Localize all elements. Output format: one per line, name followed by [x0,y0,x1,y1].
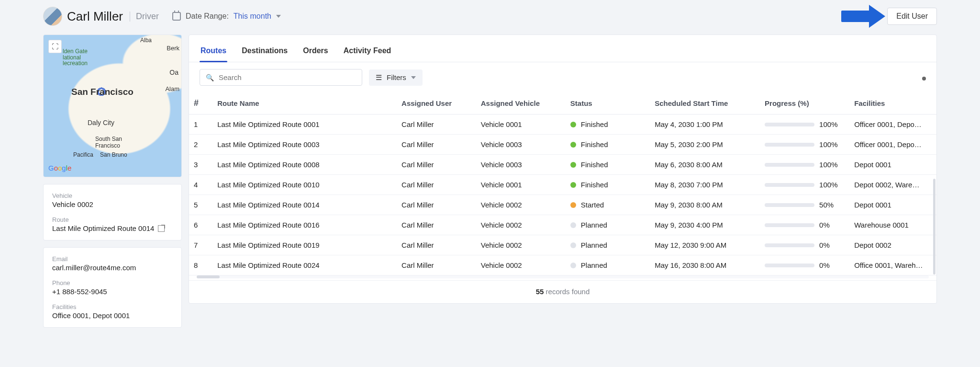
col-status[interactable]: Status [566,92,650,115]
table-row[interactable]: 2Last Mile Optimized Route 0003Carl Mill… [189,135,936,155]
routes-table-wrap: # Route Name Assigned User Assigned Vehi… [189,92,936,275]
tab-destinations[interactable]: Destinations [241,44,289,62]
records-suffix: records found [544,287,590,296]
cell-assigned-vehicle: Vehicle 0002 [476,215,566,235]
cell-scheduled-start: May 9, 2030 4:00 PM [650,215,760,235]
cell-status: Planned [566,235,650,255]
table-footer: 55 records found [189,280,936,303]
cell-index: 5 [189,195,212,215]
col-facilities[interactable]: Facilities [849,92,936,115]
vertical-scrollbar[interactable] [933,179,935,275]
cell-progress: 100% [760,115,849,135]
email-value: carl.miller@route4me.com [52,264,173,272]
cell-status: Planned [566,215,650,235]
map-label-sanbruno: San Bruno [100,151,127,158]
date-range-value: This month [234,12,271,21]
cell-facilities: Depot 0001 [849,195,936,215]
cell-facilities: Office 0001, Wareh… [849,255,936,275]
map-label-alameda: Alam [165,85,179,92]
cell-progress: 0% [760,235,849,255]
contact-card: Email carl.miller@route4me.com Phone +1 … [43,247,182,328]
tab-routes[interactable]: Routes [200,44,227,62]
cell-index: 7 [189,235,212,255]
cell-facilities: Depot 0001 [849,155,936,175]
cell-assigned-vehicle: Vehicle 0002 [476,235,566,255]
col-assigned-vehicle[interactable]: Assigned Vehicle [476,92,566,115]
cell-route-name: Last Mile Optimized Route 0024 [212,255,397,275]
routes-table: # Route Name Assigned User Assigned Vehi… [189,92,936,275]
map-label-sf: San Francisco [71,87,134,97]
col-route-name[interactable]: Route Name [212,92,397,115]
user-block: Carl Miller Driver [43,7,159,26]
edit-user-button[interactable]: Edit User [887,8,937,25]
status-dot-icon [570,162,576,168]
search-input[interactable] [219,73,356,81]
table-row[interactable]: 7Last Mile Optimized Route 0019Carl Mill… [189,235,936,255]
map[interactable]: ⛶ San Francisco Daly City South San Fran… [44,35,181,177]
cell-assigned-vehicle: Vehicle 0001 [476,175,566,195]
cell-index: 2 [189,135,212,155]
cell-facilities: Warehouse 0001 [849,215,936,235]
cell-assigned-user: Carl Miller [397,235,476,255]
cell-scheduled-start: May 12, 2030 9:00 AM [650,235,760,255]
cell-scheduled-start: May 8, 2030 7:00 PM [650,175,760,195]
user-name: Carl Miller [67,9,123,24]
records-count: 55 [536,287,544,296]
filter-icon: ☰ [376,73,382,82]
cell-route-name: Last Mile Optimized Route 0003 [212,135,397,155]
status-dot-icon [570,202,576,208]
vehicle-route-card: Vehicle Vehicle 0002 Route Last Mile Opt… [43,184,182,241]
filters-button[interactable]: ☰ Filters [369,69,423,86]
filters-label: Filters [387,73,406,81]
cell-progress: 100% [760,175,849,195]
map-card[interactable]: ⛶ San Francisco Daly City South San Fran… [43,34,182,177]
cell-status: Finished [566,135,650,155]
cell-assigned-user: Carl Miller [397,115,476,135]
cell-assigned-user: Carl Miller [397,175,476,195]
table-row[interactable]: 8Last Mile Optimized Route 0024Carl Mill… [189,255,936,275]
vehicle-label: Vehicle [52,192,173,199]
map-label-ggnra: lden Gate lational lecreation [63,48,88,67]
cell-route-name: Last Mile Optimized Route 0001 [212,115,397,135]
date-range-picker[interactable]: Date Range: This month [172,12,281,21]
cell-status: Finished [566,155,650,175]
cell-progress: 50% [760,195,849,215]
cell-assigned-vehicle: Vehicle 0002 [476,255,566,275]
open-external-icon[interactable] [158,225,165,232]
cell-index: 1 [189,115,212,135]
table-row[interactable]: 6Last Mile Optimized Route 0016Carl Mill… [189,215,936,235]
col-progress[interactable]: Progress (%) [760,92,849,115]
status-dot-icon [570,182,576,188]
google-logo: Google [48,164,71,172]
cell-facilities: Officer 0001, Depo… [849,115,936,135]
cell-assigned-user: Carl Miller [397,215,476,235]
cell-progress: 0% [760,255,849,275]
table-row[interactable]: 5Last Mile Optimized Route 0014Carl Mill… [189,195,936,215]
facilities-label: Facilities [52,303,173,310]
fullscreen-button[interactable]: ⛶ [48,40,62,53]
cell-status: Planned [566,255,650,275]
col-assigned-user[interactable]: Assigned User [397,92,476,115]
table-row[interactable]: 3Last Mile Optimized Route 0008Carl Mill… [189,155,936,175]
tab-activity-feed[interactable]: Activity Feed [343,44,392,62]
status-dot-icon [570,263,576,268]
cell-facilities: Officer 0001, Depo… [849,135,936,155]
status-dot-icon [570,222,576,228]
horizontal-scrollbar[interactable] [197,275,929,278]
col-index[interactable]: # [189,92,212,115]
status-dot-icon [570,242,576,248]
cell-status: Finished [566,115,650,135]
tab-orders[interactable]: Orders [302,44,329,62]
cell-route-name: Last Mile Optimized Route 0016 [212,215,397,235]
cell-route-name: Last Mile Optimized Route 0014 [212,195,397,215]
table-row[interactable]: 1Last Mile Optimized Route 0001Carl Mill… [189,115,936,135]
col-scheduled-start[interactable]: Scheduled Start Time [650,92,760,115]
cell-status: Started [566,195,650,215]
calendar-icon [172,12,181,21]
cell-index: 8 [189,255,212,275]
email-label: Email [52,255,173,263]
search-box[interactable]: 🔍 [200,69,362,86]
table-row[interactable]: 4Last Mile Optimized Route 0010Carl Mill… [189,175,936,195]
map-label-albany: Alba [140,37,152,44]
cell-progress: 0% [760,215,849,235]
